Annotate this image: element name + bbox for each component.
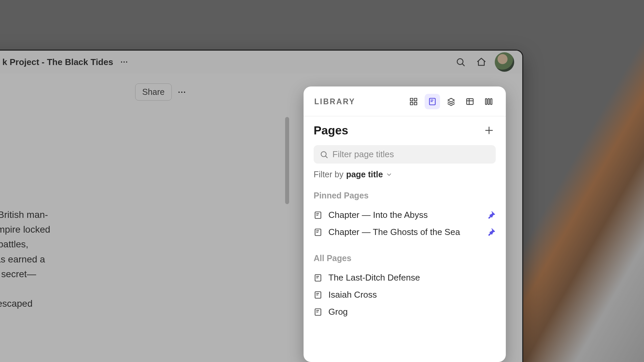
search-button[interactable] <box>453 55 468 69</box>
filter-input[interactable] <box>332 149 490 160</box>
page-icon <box>314 228 322 237</box>
doc-toolbar: Share <box>135 83 188 101</box>
doc-scrollbar[interactable] <box>285 117 289 204</box>
svg-rect-20 <box>488 99 489 104</box>
page-title: Grog <box>328 307 496 317</box>
svg-point-0 <box>121 61 122 62</box>
svg-rect-8 <box>410 98 413 101</box>
filter-by-dropdown[interactable]: Filter by page title <box>314 170 496 179</box>
filter-input-wrap[interactable] <box>314 145 496 164</box>
project-title: k Project - The Black Tides <box>2 57 113 67</box>
layers-icon <box>447 97 455 106</box>
ellipsis-icon <box>177 87 186 97</box>
ellipsis-icon <box>120 58 128 66</box>
view-columns-button[interactable] <box>481 94 496 109</box>
grid-icon <box>409 97 418 106</box>
view-table-button[interactable] <box>462 94 478 109</box>
svg-point-5 <box>178 92 180 93</box>
page-row[interactable]: The Last-Ditch Defense <box>314 269 496 286</box>
svg-line-4 <box>463 64 465 66</box>
doc-body-text[interactable]: MS Valiant, a formidable British man- of… <box>0 207 169 311</box>
filter-by-prefix: Filter by <box>314 170 343 179</box>
columns-icon <box>484 97 493 106</box>
library-header: LIBRARY <box>304 86 506 116</box>
pinned-page-row[interactable]: Chapter — The Ghosts of the Sea <box>314 224 496 241</box>
svg-rect-10 <box>410 102 413 105</box>
doc-more-button[interactable] <box>176 86 188 98</box>
view-grid-button[interactable] <box>406 94 421 109</box>
pin-icon[interactable] <box>486 210 496 220</box>
share-button[interactable]: Share <box>135 83 172 101</box>
pinned-pages-label: Pinned Pages <box>314 191 496 200</box>
library-body[interactable]: Pages Filter by page title Pinned Pages … <box>304 116 506 362</box>
view-pages-button[interactable] <box>425 94 440 109</box>
view-layers-button[interactable] <box>443 94 459 109</box>
svg-marker-15 <box>448 98 454 102</box>
page-title: Isaiah Cross <box>328 290 496 300</box>
all-pages-label: All Pages <box>314 253 496 263</box>
library-panel: LIBRARY Pages Filter by <box>304 86 506 362</box>
home-icon <box>476 57 486 67</box>
page-row[interactable]: Isaiah Cross <box>314 286 496 303</box>
titlebar: k Project - The Black Tides <box>0 51 522 73</box>
table-icon <box>466 97 474 106</box>
page-icon <box>314 211 322 220</box>
pages-heading-row: Pages <box>314 124 496 137</box>
avatar[interactable] <box>495 52 514 72</box>
svg-rect-21 <box>490 99 492 104</box>
page-title: Chapter — Into the Abyss <box>328 210 480 220</box>
page-icon <box>314 291 322 299</box>
page-icon <box>314 274 322 282</box>
svg-point-6 <box>181 92 182 93</box>
page-icon <box>314 308 322 316</box>
pin-icon[interactable] <box>486 228 496 237</box>
svg-point-7 <box>184 92 185 93</box>
svg-rect-9 <box>414 98 417 101</box>
page-title: The Last-Ditch Defense <box>328 273 496 283</box>
plus-icon <box>484 125 494 135</box>
svg-point-1 <box>124 61 125 62</box>
library-header-label: LIBRARY <box>314 97 355 106</box>
svg-line-25 <box>326 156 327 158</box>
page-row[interactable]: Grog <box>314 303 496 320</box>
pinned-page-row[interactable]: Chapter — Into the Abyss <box>314 206 496 224</box>
home-button[interactable] <box>474 55 489 69</box>
search-icon <box>320 150 328 159</box>
chevron-down-icon <box>386 171 392 178</box>
svg-rect-16 <box>467 99 473 104</box>
filter-by-field: page title <box>346 170 383 179</box>
page-title: Chapter — The Ghosts of the Sea <box>328 227 480 237</box>
project-more-button[interactable] <box>119 57 129 67</box>
svg-rect-11 <box>414 102 417 105</box>
svg-point-2 <box>126 61 127 62</box>
svg-rect-19 <box>485 99 487 104</box>
search-icon <box>455 57 466 67</box>
page-icon <box>428 97 437 106</box>
pages-heading: Pages <box>314 124 348 137</box>
add-page-button[interactable] <box>482 124 496 137</box>
